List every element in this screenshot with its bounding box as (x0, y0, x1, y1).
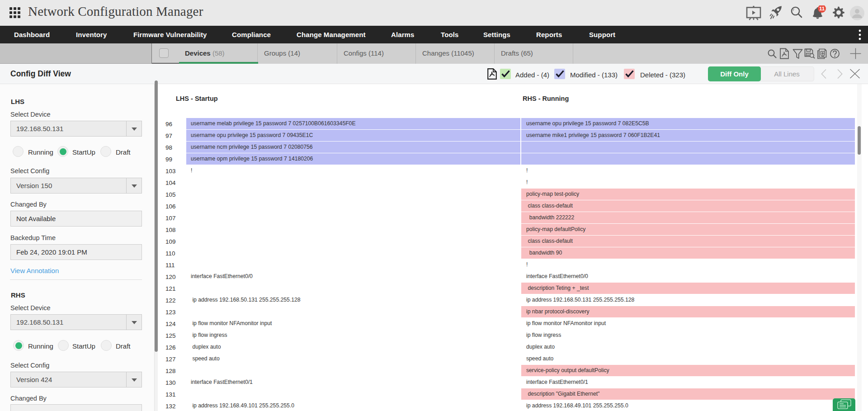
svg-text:11: 11 (819, 6, 825, 11)
